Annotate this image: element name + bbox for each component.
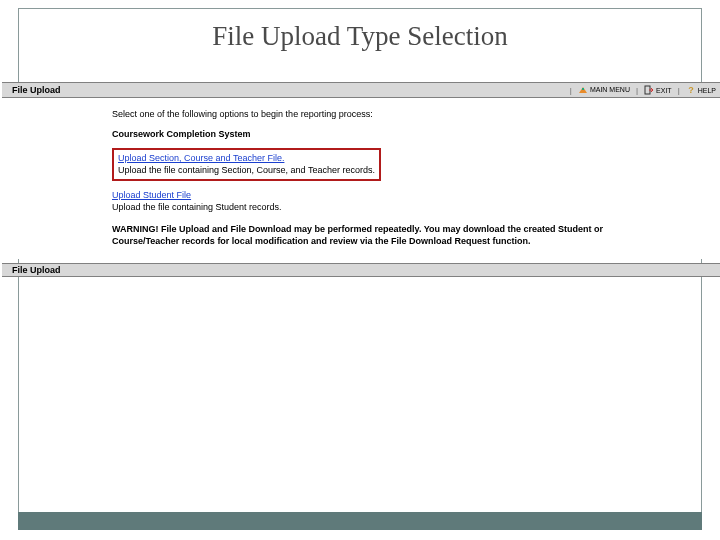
- warning-text: WARNING! File Upload and File Download m…: [112, 223, 720, 247]
- system-heading: Coursework Completion System: [112, 128, 720, 140]
- exit-button[interactable]: EXIT: [644, 85, 672, 95]
- separator: |: [676, 86, 682, 95]
- toolbar-actions: | MAIN MENU | EXIT | ? HELP: [568, 85, 716, 95]
- svg-rect-0: [582, 88, 584, 90]
- page-title: File Upload: [12, 85, 568, 95]
- exit-icon: [644, 85, 654, 95]
- slide-title: File Upload Type Selection: [19, 9, 701, 66]
- app-screenshot: File Upload | MAIN MENU | EXIT | ?: [2, 82, 720, 277]
- separator: |: [568, 86, 574, 95]
- main-menu-button[interactable]: MAIN MENU: [578, 85, 630, 95]
- exit-label: EXIT: [656, 87, 672, 94]
- menu-icon: [578, 85, 588, 95]
- option2-description: Upload the file containing Student recor…: [112, 201, 720, 213]
- separator: |: [634, 86, 640, 95]
- option1-description: Upload the file containing Section, Cour…: [118, 164, 375, 176]
- toolbar: File Upload | MAIN MENU | EXIT | ?: [2, 82, 720, 98]
- main-menu-label: MAIN MENU: [590, 87, 630, 93]
- help-button[interactable]: ? HELP: [686, 85, 716, 95]
- content-area: Select one of the following options to b…: [2, 98, 720, 259]
- highlighted-option: Upload Section, Course and Teacher File.…: [112, 148, 381, 180]
- svg-text:?: ?: [688, 85, 694, 95]
- option-block: Upload Student File Upload the file cont…: [112, 189, 720, 213]
- help-icon: ?: [686, 85, 696, 95]
- footer-bar: File Upload: [2, 263, 720, 277]
- help-label: HELP: [698, 87, 716, 94]
- bottom-accent-bar: [18, 512, 702, 530]
- upload-section-course-teacher-link[interactable]: Upload Section, Course and Teacher File.: [118, 153, 284, 163]
- intro-text: Select one of the following options to b…: [112, 108, 720, 120]
- upload-student-file-link[interactable]: Upload Student File: [112, 190, 191, 200]
- footer-title: File Upload: [12, 265, 61, 275]
